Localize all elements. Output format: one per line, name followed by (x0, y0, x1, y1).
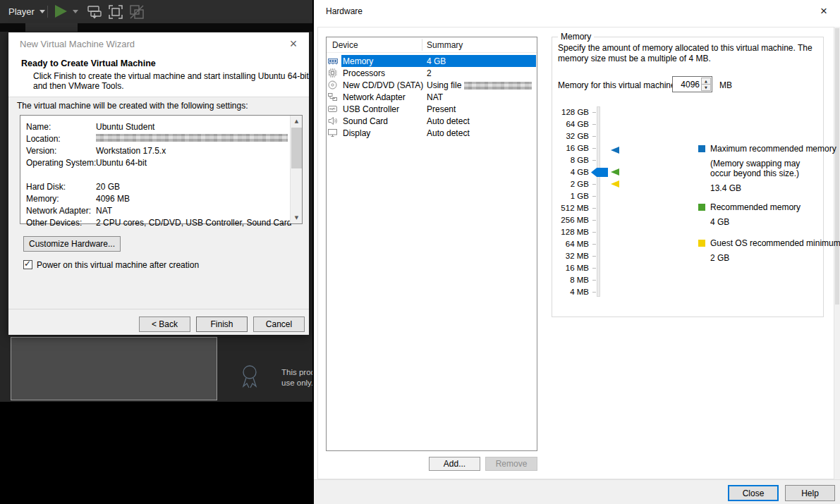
scroll-up-icon[interactable]: ▲ (291, 116, 303, 127)
memory-value[interactable]: 4096 (673, 80, 700, 90)
settings-intro: The virtual machine will be created with… (17, 101, 248, 111)
table-row-processors[interactable]: Processors 2 (327, 67, 537, 79)
spin-down-icon[interactable]: ▼ (701, 84, 711, 91)
display-icon (328, 128, 337, 137)
max-memory-marker-icon (611, 147, 619, 154)
scale-label: 128 GB (554, 108, 589, 116)
license-ribbon-icon (238, 363, 262, 398)
column-divider (422, 39, 422, 51)
back-button[interactable]: < Back (139, 316, 190, 332)
column-header-device[interactable]: Device (332, 40, 358, 50)
memory-slider-track[interactable] (597, 106, 600, 297)
list-item: Name:Ubuntu Student (20, 121, 288, 133)
toolbar-divider (47, 6, 48, 18)
player-toolbar: Player (0, 0, 312, 23)
device-table: Device Summary Memory 4 GB Processors 2 (326, 37, 537, 451)
table-row-usb-controller[interactable]: USB Controller Present (327, 103, 537, 115)
table-row-display[interactable]: Display Auto detect (327, 127, 537, 139)
scale-label: 256 MB (554, 216, 589, 224)
memory-description: Specify the amount of memory allocated t… (558, 43, 822, 64)
scale-label: 128 MB (554, 228, 589, 236)
vm-tab-strip (0, 23, 312, 32)
table-row-memory[interactable]: Memory 4 GB (327, 55, 537, 67)
scroll-down-icon[interactable]: ▼ (291, 212, 303, 223)
network-adapter-icon (328, 92, 337, 102)
new-vm-wizard-dialog: New Virtual Machine Wizard × Ready to Cr… (8, 32, 309, 335)
legend-swatch-minimum (698, 240, 705, 247)
wizard-description-line1: Click Finish to create the virtual machi… (33, 71, 309, 81)
memory-group-title: Memory (558, 32, 594, 42)
close-icon[interactable]: × (815, 3, 833, 20)
scrollbar-thumb[interactable] (835, 28, 839, 305)
finish-button[interactable]: Finish (196, 316, 248, 332)
wizard-titlebar: New Virtual Machine Wizard × (8, 32, 309, 55)
scale-label: 64 MB (554, 240, 589, 248)
customize-hardware-button[interactable]: Customize Hardware... (23, 236, 121, 252)
memory-input-label: Memory for this virtual machine: (558, 80, 678, 90)
memory-settings-group: Memory Specify the amount of memory allo… (552, 37, 824, 317)
wizard-description-line2: and then VMware Tools. (33, 81, 124, 91)
chevron-down-icon (39, 10, 45, 13)
memory-slider-handle[interactable] (591, 168, 608, 177)
settings-scrollbar[interactable]: ▲ ▼ (290, 116, 302, 223)
list-item: Version:Workstation 17.5.x (20, 145, 288, 156)
dialog-footer: Close Help (314, 479, 840, 504)
help-button[interactable]: Help (785, 485, 835, 501)
player-menu-label: Player (8, 6, 35, 17)
list-item: Location: (20, 133, 288, 145)
scale-label: 16 GB (554, 144, 589, 152)
remove-device-button[interactable]: Remove (485, 457, 537, 471)
column-header-summary[interactable]: Summary (427, 40, 463, 50)
scale-label: 8 MB (554, 276, 589, 284)
hardware-dialog: Hardware × Device Summary Memory 4 GB (314, 0, 840, 504)
play-options-chevron-icon[interactable] (73, 10, 78, 13)
scale-label: 4 MB (554, 288, 589, 296)
legend-value: 2 GB (710, 253, 729, 263)
scale-label: 16 MB (554, 264, 589, 272)
processor-icon (328, 68, 337, 78)
vm-tab[interactable] (25, 23, 78, 32)
scale-label: 1 GB (554, 192, 589, 200)
table-row-network-adapter[interactable]: Network Adapter NAT (327, 91, 537, 103)
play-icon[interactable] (55, 5, 67, 18)
sound-icon (328, 116, 337, 125)
redacted-file-path (464, 82, 532, 90)
player-menu-button[interactable]: Player (6, 4, 48, 19)
close-icon[interactable]: × (285, 35, 302, 52)
cd-dvd-icon (328, 80, 337, 90)
memory-value-spinner[interactable]: 4096 ▲ ▼ (672, 76, 712, 92)
add-device-button[interactable]: Add... (429, 457, 480, 471)
legend-value: 13.4 GB (710, 183, 741, 193)
hardware-dialog-title: Hardware (326, 6, 363, 16)
divider (8, 309, 309, 309)
table-row-cd-dvd[interactable]: New CD/DVD (SATA) Using file (327, 79, 537, 91)
legend-label: Recommended memory (710, 202, 801, 212)
divider (8, 97, 309, 97)
wizard-title: New Virtual Machine Wizard (20, 39, 135, 49)
vm-preview-tile[interactable] (11, 337, 217, 400)
scale-label: 64 GB (554, 120, 589, 128)
divider (327, 52, 537, 53)
fullscreen-icon[interactable] (107, 4, 124, 20)
list-item: Other Devices:2 CPU cores, CD/DVD, USB C… (20, 216, 288, 228)
send-ctrl-alt-del-icon[interactable] (86, 4, 103, 20)
vm-settings-list[interactable]: Name:Ubuntu Student Location: Version:Wo… (20, 115, 303, 224)
dialog-scrollbar[interactable] (834, 27, 840, 479)
memory-icon (328, 56, 338, 66)
list-item: Memory:4096 MB (20, 192, 288, 204)
scale-label: 32 MB (554, 252, 589, 260)
cancel-button[interactable]: Cancel (253, 316, 305, 332)
legend-note: (Memory swapping may (710, 159, 800, 168)
scale-label: 2 GB (554, 180, 589, 188)
usb-icon (328, 104, 337, 113)
checkbox-checked-icon[interactable]: ✓ (23, 260, 32, 269)
unity-mode-icon[interactable] (128, 4, 145, 20)
table-row-sound-card[interactable]: Sound Card Auto detect (327, 115, 537, 127)
legend-label: Maximum recommended memory (710, 144, 836, 154)
power-on-checkbox-label: Power on this virtual machine after crea… (37, 260, 199, 270)
desktop-background (0, 402, 312, 504)
recommended-memory-marker-icon (611, 168, 619, 176)
scrollbar-thumb[interactable] (291, 128, 302, 168)
list-item: Operating System:Ubuntu 64-bit (20, 156, 288, 168)
close-button[interactable]: Close (728, 485, 779, 501)
